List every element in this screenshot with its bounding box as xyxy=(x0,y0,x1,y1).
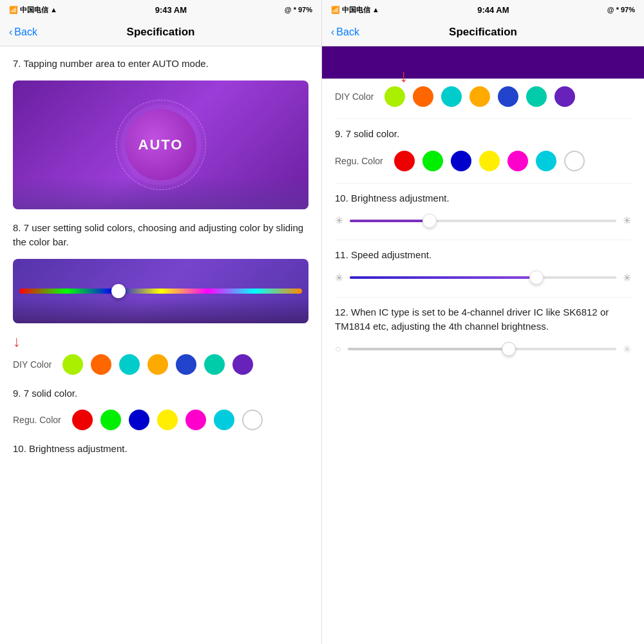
speed-slider-thumb[interactable] xyxy=(529,270,544,285)
color-slider-thumb[interactable] xyxy=(111,284,126,298)
left-status-bar: 📶 中国电信 ▲ 9:43 AM @ * 97% xyxy=(0,0,321,18)
divider2 xyxy=(335,183,631,184)
diy-color-label: DIY Color xyxy=(13,359,55,370)
diy-dot-teal[interactable] xyxy=(119,354,140,375)
right-diy-dot-lime[interactable] xyxy=(384,86,405,107)
diy-dot-lime[interactable] xyxy=(62,354,83,375)
right-regu-dot-empty[interactable] xyxy=(564,151,585,171)
brightness-slider-row: ✳ ✳ xyxy=(335,214,631,227)
red-arrow-icon: ↓ xyxy=(13,332,308,350)
right-signal-icon: 📶 xyxy=(331,6,340,14)
left-time: 9:43 AM xyxy=(155,5,187,15)
section8-text: 8. 7 user setting solid colors, choosing… xyxy=(13,221,308,250)
speed-slider-track[interactable] xyxy=(350,276,616,279)
auto-image: AUTO xyxy=(13,80,308,209)
right-diy-dot-green-teal[interactable] xyxy=(526,86,547,107)
left-nav-bar: ‹ Back Specification xyxy=(0,18,321,46)
left-status-left: 📶 中国电信 ▲ xyxy=(9,5,57,15)
divider4 xyxy=(335,297,631,298)
channel4-slider-thumb[interactable] xyxy=(502,342,516,356)
right-regu-dot-dark-blue[interactable] xyxy=(451,151,471,171)
divider3 xyxy=(335,240,631,240)
diy-dot-purple[interactable] xyxy=(232,354,253,375)
right-diy-color-row: DIY Color xyxy=(335,86,631,107)
right-back-button[interactable]: ‹ Back xyxy=(331,26,359,38)
right-section12-text: 12. When IC type is set to be 4-channel … xyxy=(335,305,631,334)
brightness-high-icon: ✳ xyxy=(623,214,631,227)
left-phone-panel: 📶 中国电信 ▲ 9:43 AM @ * 97% ‹ Back Specific… xyxy=(0,0,322,644)
right-regu-color-label: Regu. Color xyxy=(335,156,386,166)
right-phone-panel: 📶 中国电信 ▲ 9:44 AM @ * 97% ‹ Back Specific… xyxy=(322,0,644,644)
right-regu-dot-magenta[interactable] xyxy=(507,151,528,171)
regu-dot-red[interactable] xyxy=(72,410,93,430)
right-diy-dot-teal[interactable] xyxy=(441,86,462,107)
left-back-chevron-icon: ‹ xyxy=(9,26,12,38)
left-back-label[interactable]: Back xyxy=(14,26,37,38)
channel4-slider-track[interactable] xyxy=(348,348,616,350)
right-back-label[interactable]: Back xyxy=(336,26,359,38)
regu-dot-green[interactable] xyxy=(100,410,121,430)
right-nav-title: Specification xyxy=(449,26,517,39)
right-regu-color-row: Regu. Color xyxy=(335,151,631,171)
right-diy-color-label: DIY Color xyxy=(335,91,377,102)
right-time: 9:44 AM xyxy=(477,5,509,15)
left-status-right: @ * 97% xyxy=(285,6,312,14)
right-diy-dot-purple[interactable] xyxy=(554,86,575,107)
right-regu-dot-cyan[interactable] xyxy=(536,151,556,171)
channel4-slider-fill xyxy=(348,348,509,350)
right-content: DIY Color 9. 7 solid color. Regu. Color … xyxy=(322,86,644,644)
regu-dot-yellow[interactable] xyxy=(157,410,178,430)
left-nav-title: Specification xyxy=(127,26,195,39)
right-diy-dot-blue[interactable] xyxy=(498,86,518,107)
regu-dot-magenta[interactable] xyxy=(185,410,206,430)
section10-text: 10. Brightness adjustment. xyxy=(13,442,308,457)
regu-color-row: Regu. Color xyxy=(13,410,308,430)
right-wifi-icon: ▲ xyxy=(372,6,379,14)
right-diy-dot-orange[interactable] xyxy=(413,86,433,107)
brightness-slider-thumb[interactable] xyxy=(422,214,437,228)
regu-dot-cyan[interactable] xyxy=(214,410,234,430)
speed-low-icon: ✳ xyxy=(335,272,343,284)
color-slider-track[interactable] xyxy=(19,289,302,294)
left-carrier: 中国电信 xyxy=(20,5,48,15)
section9-text: 9. 7 solid color. xyxy=(13,386,308,401)
right-section10-text: 10. Brightness adjustment. xyxy=(335,191,631,206)
left-back-button[interactable]: ‹ Back xyxy=(9,26,37,38)
auto-circle: AUTO xyxy=(126,109,196,180)
right-battery-icons: @ * 97% xyxy=(607,6,635,14)
right-regu-dot-red[interactable] xyxy=(394,151,415,171)
auto-label-text: AUTO xyxy=(138,137,184,153)
right-nav-bar: ‹ Back Specification xyxy=(322,18,644,46)
right-status-left: 📶 中国电信 ▲ xyxy=(331,5,379,15)
channel4-low-icon: ○ xyxy=(335,343,341,355)
channel4-high-icon: ✳ xyxy=(623,343,631,355)
right-back-chevron-icon: ‹ xyxy=(331,26,334,38)
speed-slider-row: ✳ ✳ xyxy=(335,272,631,284)
right-status-right: @ * 97% xyxy=(607,6,635,14)
diy-color-row: DIY Color xyxy=(13,354,308,375)
divider1 xyxy=(335,118,631,119)
regu-color-label: Regu. Color xyxy=(13,415,64,425)
right-arrow-container: ↓ xyxy=(322,66,644,86)
right-section11-text: 11. Speed adjustment. xyxy=(335,248,631,263)
diy-dot-green-teal[interactable] xyxy=(204,354,225,375)
right-regu-dot-green[interactable] xyxy=(422,151,443,171)
right-diy-dot-amber[interactable] xyxy=(469,86,490,107)
right-carrier: 中国电信 xyxy=(342,5,370,15)
diy-dot-orange[interactable] xyxy=(91,354,111,375)
speed-high-icon: ✳ xyxy=(623,272,631,284)
diy-dot-blue[interactable] xyxy=(176,354,196,375)
diy-dot-amber[interactable] xyxy=(147,354,168,375)
brightness-slider-fill xyxy=(350,220,430,222)
speed-slider-fill xyxy=(350,276,536,279)
brightness-low-icon: ✳ xyxy=(335,214,343,227)
right-section9-text: 9. 7 solid color. xyxy=(335,127,631,142)
regu-dot-empty[interactable] xyxy=(242,410,263,430)
right-status-bar: 📶 中国电信 ▲ 9:44 AM @ * 97% xyxy=(322,0,644,18)
brightness-slider-track[interactable] xyxy=(350,220,616,222)
section7-text: 7. Tapping number area to enter AUTO mod… xyxy=(13,57,308,71)
regu-dot-dark-blue[interactable] xyxy=(129,410,149,430)
right-regu-dot-yellow[interactable] xyxy=(479,151,500,171)
left-wifi-icon: ▲ xyxy=(50,6,57,14)
right-red-arrow-icon: ↓ xyxy=(399,66,631,86)
